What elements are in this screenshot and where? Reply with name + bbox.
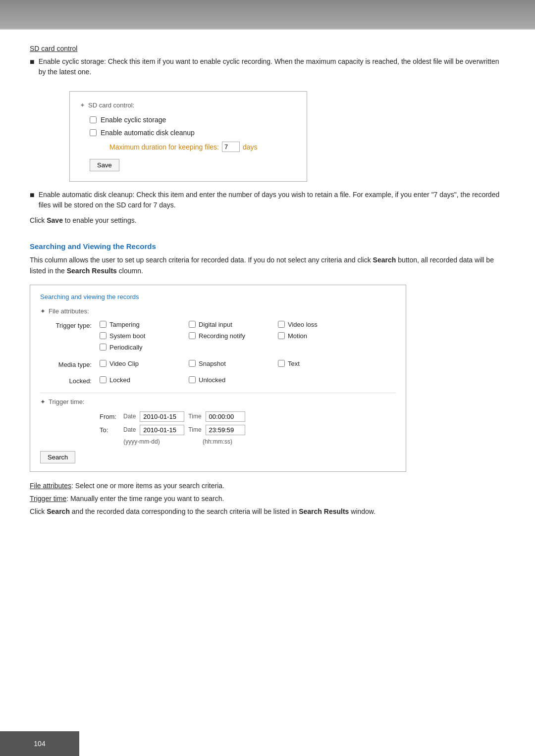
- tampering-label: Tampering: [109, 321, 140, 328]
- recording-notify-item[interactable]: Recording notify: [189, 332, 278, 340]
- enable-cyclic-checkbox[interactable]: [90, 116, 97, 123]
- locked-label: Locked: [109, 376, 130, 384]
- footer-bar: 104: [0, 731, 79, 756]
- motion-checkbox[interactable]: [278, 332, 285, 339]
- desc-search-bold: Search: [373, 256, 396, 264]
- locked-section-label: Locked:: [40, 376, 100, 385]
- enable-cyclic-row[interactable]: Enable cyclic storage: [90, 116, 292, 124]
- media-type-checkboxes: Video Clip Snapshot Text: [100, 360, 367, 371]
- time-format-hint: (hh:mm:ss): [198, 438, 237, 445]
- system-boot-checkbox[interactable]: [100, 332, 107, 339]
- searching-heading: Searching and Viewing the Records: [30, 242, 505, 251]
- video-loss-checkbox[interactable]: [278, 321, 285, 328]
- sd-card-save-button[interactable]: Save: [90, 159, 119, 171]
- click-save-instruction: Click Save to enable your settings.: [30, 216, 505, 224]
- video-clip-label: Video Clip: [109, 360, 139, 367]
- sd-card-title: SD card control: [30, 45, 505, 52]
- to-time-input[interactable]: [206, 425, 245, 435]
- unlocked-item[interactable]: Unlocked: [189, 376, 278, 384]
- digital-input-item[interactable]: Digital input: [189, 321, 278, 328]
- text-checkbox[interactable]: [278, 360, 285, 367]
- system-boot-item[interactable]: System boot: [100, 332, 189, 340]
- from-date-input[interactable]: [140, 411, 184, 422]
- desc-part3: cloumn.: [117, 267, 143, 275]
- date-format-hint: (yyyy-mm-dd): [119, 438, 164, 445]
- to-date-label: Date: [123, 426, 136, 433]
- snapshot-label: Snapshot: [199, 360, 226, 367]
- sd-card-ui-box: ✦ SD card control: Enable cyclic storage…: [69, 91, 307, 182]
- locked-checkbox[interactable]: [100, 376, 107, 383]
- video-loss-item[interactable]: Video loss: [278, 321, 367, 328]
- search-ui-box: Searching and viewing the records ✦ File…: [30, 285, 406, 472]
- click-search-part2: and the recorded data corresponding to t…: [70, 507, 299, 515]
- to-label: To:: [100, 426, 119, 434]
- click-search-part1: Click: [30, 507, 47, 515]
- from-row: From: Date Time: [100, 411, 396, 422]
- snapshot-item[interactable]: Snapshot: [189, 360, 278, 367]
- searching-section: Searching and Viewing the Records This c…: [30, 242, 505, 515]
- bullet-symbol-2: ■: [30, 190, 35, 201]
- from-time-label: Time: [188, 413, 201, 420]
- file-attr-label: File attributes:: [49, 307, 89, 315]
- days-label: days: [243, 143, 258, 151]
- digital-input-label: Digital input: [199, 321, 232, 328]
- enable-cyclic-label: Enable cyclic storage: [101, 116, 166, 124]
- locked-row: Locked: Locked Unlocked: [40, 376, 396, 388]
- trigger-time-note: Trigger time: Manually enter the time ra…: [30, 495, 505, 503]
- file-attr-gear-icon: ✦: [40, 307, 46, 315]
- sd-card-ui-title: ✦ SD card control:: [80, 101, 292, 109]
- periodically-checkbox[interactable]: [100, 344, 107, 351]
- click-search-bold: Search: [47, 507, 70, 515]
- click-search-part3: window.: [349, 507, 375, 515]
- trigger-type-checkboxes: Tampering Digital input Video loss: [100, 321, 367, 355]
- click-save-bold: Save: [47, 216, 63, 224]
- trigger-time-gear-icon: ✦: [40, 398, 46, 405]
- trigger-time-note-suffix: : Manually enter the time range you want…: [66, 495, 224, 503]
- click-save-suffix: to enable your settings.: [63, 216, 137, 224]
- file-attributes-title: ✦ File attributes:: [40, 307, 396, 315]
- max-duration-row: Maximum duration for keeping files: days: [109, 142, 292, 152]
- from-label: From:: [100, 413, 119, 420]
- from-time-input[interactable]: [206, 411, 245, 422]
- bullet-item-1: ■ Enable cyclic storage: Check this item…: [30, 56, 505, 77]
- click-search-bold2: Search Results: [299, 507, 349, 515]
- sd-card-section: SD card control ■ Enable cyclic storage:…: [30, 45, 505, 224]
- file-attributes-note: File attributes: Select one or more item…: [30, 482, 505, 490]
- locked-item[interactable]: Locked: [100, 376, 189, 384]
- to-time-label: Time: [188, 426, 201, 433]
- tampering-item[interactable]: Tampering: [100, 321, 189, 328]
- page-number: 104: [34, 740, 45, 748]
- max-duration-input[interactable]: [222, 142, 240, 152]
- system-boot-label: System boot: [109, 332, 145, 340]
- tampering-checkbox[interactable]: [100, 321, 107, 328]
- periodically-item[interactable]: Periodically: [100, 344, 189, 351]
- click-search-note: Click Search and the recorded data corre…: [30, 507, 505, 515]
- digital-input-checkbox[interactable]: [189, 321, 196, 328]
- recording-notify-checkbox[interactable]: [189, 332, 196, 339]
- unlocked-checkbox[interactable]: [189, 376, 196, 383]
- snapshot-checkbox[interactable]: [189, 360, 196, 367]
- video-loss-label: Video loss: [288, 321, 318, 328]
- from-date-label: Date: [123, 413, 136, 420]
- video-clip-item[interactable]: Video Clip: [100, 360, 189, 367]
- to-date-input[interactable]: [140, 425, 184, 435]
- text-item[interactable]: Text: [278, 360, 367, 367]
- to-row: To: Date Time: [100, 425, 396, 435]
- file-attributes-note-suffix: : Select one or more items as your searc…: [71, 482, 224, 490]
- enable-cleanup-checkbox[interactable]: [90, 129, 97, 136]
- search-button[interactable]: Search: [40, 451, 75, 463]
- top-bar: [0, 0, 535, 30]
- video-clip-checkbox[interactable]: [100, 360, 107, 367]
- enable-cleanup-row[interactable]: Enable automatic disk cleanup: [90, 129, 292, 137]
- bullet-item-2: ■ Enable automatic disk cleanup: Check t…: [30, 190, 505, 210]
- locked-checkboxes: Locked Unlocked: [100, 376, 278, 388]
- trigger-time-title: ✦ Trigger time:: [40, 398, 396, 405]
- recording-notify-label: Recording notify: [199, 332, 245, 340]
- periodically-label: Periodically: [109, 344, 142, 351]
- motion-item[interactable]: Motion: [278, 332, 367, 340]
- file-attributes-note-prefix: File attributes: [30, 482, 71, 490]
- bullet-text-2: Enable automatic disk cleanup: Check thi…: [39, 190, 505, 210]
- trigger-type-row: Trigger type: Tampering Digital input: [40, 321, 396, 355]
- bullet-symbol-1: ■: [30, 56, 35, 67]
- media-type-label: Media type:: [40, 360, 100, 368]
